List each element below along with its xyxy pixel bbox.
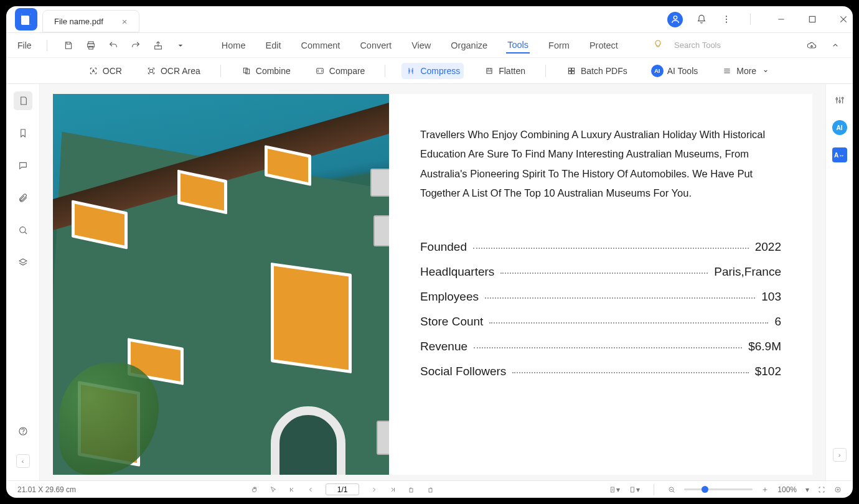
fact-label: Store Count bbox=[420, 315, 483, 329]
compare-button[interactable]: Compare bbox=[311, 63, 369, 79]
menu-tools[interactable]: Tools bbox=[506, 37, 530, 54]
zoom-slider[interactable] bbox=[684, 488, 753, 490]
svg-line-42 bbox=[673, 491, 675, 493]
search-panel-icon[interactable] bbox=[14, 221, 32, 240]
dropdown-icon[interactable] bbox=[174, 39, 187, 52]
fit-page-icon[interactable] bbox=[834, 486, 842, 493]
ai-panel-icon[interactable]: AI bbox=[832, 120, 847, 135]
combine-label: Combine bbox=[256, 66, 291, 76]
print-icon[interactable] bbox=[85, 39, 97, 52]
layers-panel-icon[interactable] bbox=[14, 253, 32, 272]
document-canvas[interactable]: Travellers Who Enjoy Combining A Luxury … bbox=[40, 84, 825, 480]
svg-rect-12 bbox=[150, 69, 153, 72]
ocr-area-button[interactable]: OCR Area bbox=[142, 63, 204, 79]
prev-page-icon[interactable] bbox=[307, 486, 314, 493]
menu-convert[interactable]: Convert bbox=[359, 38, 393, 53]
titlebar: File name.pdf × bbox=[6, 6, 853, 33]
bell-icon[interactable] bbox=[695, 13, 708, 26]
first-page-icon[interactable] bbox=[288, 486, 296, 493]
more-button[interactable]: More bbox=[718, 63, 775, 79]
svg-rect-19 bbox=[568, 71, 571, 73]
page-number-input[interactable] bbox=[326, 483, 359, 495]
fact-value: 103 bbox=[761, 290, 781, 304]
svg-point-3 bbox=[726, 22, 727, 23]
combine-button[interactable]: Combine bbox=[237, 63, 294, 79]
fullscreen-icon[interactable] bbox=[818, 486, 825, 493]
menu-protect[interactable]: Protect bbox=[588, 38, 619, 53]
thumbnail-panel-icon[interactable] bbox=[14, 91, 32, 110]
chevron-down-icon bbox=[760, 65, 771, 77]
ai-tools-button[interactable]: AIAI Tools bbox=[647, 62, 702, 80]
search-tools-input[interactable]: Search Tools bbox=[674, 40, 721, 50]
app-logo[interactable] bbox=[15, 8, 37, 30]
menu-home[interactable]: Home bbox=[220, 38, 247, 53]
hand-tool-icon[interactable] bbox=[251, 486, 258, 493]
user-avatar-icon[interactable] bbox=[667, 12, 683, 27]
zoom-out-icon[interactable] bbox=[668, 486, 675, 493]
translate-panel-icon[interactable]: A↔ bbox=[832, 147, 847, 162]
ai-badge-icon: AI bbox=[651, 65, 664, 77]
settings-sliders-icon[interactable] bbox=[832, 93, 847, 108]
file-menu[interactable]: File bbox=[17, 40, 32, 50]
page-dimensions: 21.01 X 29.69 cm bbox=[17, 485, 76, 494]
svg-line-25 bbox=[24, 232, 26, 234]
page-layout-icon[interactable]: ▾ bbox=[629, 485, 640, 494]
svg-rect-10 bbox=[88, 46, 93, 49]
maximize-icon[interactable] bbox=[807, 14, 818, 25]
bookmark-panel-icon[interactable] bbox=[14, 124, 32, 142]
flatten-button[interactable]: Flatten bbox=[480, 63, 529, 79]
collapse-left-icon[interactable]: ‹ bbox=[16, 454, 30, 468]
batch-pdfs-button[interactable]: Batch PDFs bbox=[562, 63, 631, 79]
svg-rect-18 bbox=[572, 68, 575, 70]
zoom-level: 100% bbox=[777, 485, 797, 494]
fact-value: $6.9M bbox=[748, 340, 781, 353]
batch-label: Batch PDFs bbox=[581, 66, 627, 76]
fact-value: Paris,France bbox=[714, 265, 781, 279]
svg-rect-5 bbox=[809, 16, 815, 22]
bulb-icon bbox=[653, 39, 663, 52]
rotate-right-icon[interactable] bbox=[426, 486, 434, 493]
scroll-mode-icon[interactable]: ▾ bbox=[609, 485, 620, 494]
compare-label: Compare bbox=[329, 66, 365, 76]
main-toolbar: File HomeEditCommentConvertViewOrganizeT… bbox=[6, 33, 853, 58]
flatten-label: Flatten bbox=[499, 66, 525, 76]
menu-edit[interactable]: Edit bbox=[265, 38, 283, 53]
select-tool-icon[interactable] bbox=[270, 486, 277, 493]
attachment-panel-icon[interactable] bbox=[14, 189, 32, 207]
svg-point-2 bbox=[726, 19, 727, 20]
minimize-icon[interactable] bbox=[776, 14, 787, 25]
left-sidebar: ‹ bbox=[6, 84, 40, 480]
last-page-icon[interactable] bbox=[389, 486, 397, 493]
menu-view[interactable]: View bbox=[410, 38, 432, 53]
svg-rect-17 bbox=[568, 68, 571, 70]
collapse-right-icon[interactable]: › bbox=[833, 448, 847, 462]
compress-button[interactable]: Compress bbox=[401, 63, 464, 79]
svg-point-32 bbox=[838, 101, 840, 103]
rotate-left-icon[interactable] bbox=[408, 486, 415, 493]
page-image bbox=[53, 94, 389, 475]
close-window-icon[interactable] bbox=[838, 14, 849, 25]
fact-row: Employees103 bbox=[420, 290, 781, 304]
ocr-button[interactable]: OCR bbox=[84, 63, 126, 79]
next-page-icon[interactable] bbox=[370, 486, 378, 493]
svg-point-24 bbox=[19, 227, 25, 233]
save-icon[interactable] bbox=[62, 39, 75, 52]
share-icon[interactable] bbox=[152, 39, 164, 52]
pdf-page: Travellers Who Enjoy Combining A Luxury … bbox=[53, 94, 812, 475]
svg-rect-13 bbox=[243, 68, 247, 73]
undo-icon[interactable] bbox=[107, 39, 120, 52]
menu-comment[interactable]: Comment bbox=[300, 38, 342, 53]
comment-panel-icon[interactable] bbox=[14, 156, 32, 175]
zoom-in-icon[interactable] bbox=[761, 486, 769, 493]
document-tab[interactable]: File name.pdf × bbox=[42, 10, 139, 32]
fact-label: Revenue bbox=[420, 340, 467, 353]
menu-organize[interactable]: Organize bbox=[449, 38, 489, 53]
redo-icon[interactable] bbox=[129, 39, 142, 52]
menu-form[interactable]: Form bbox=[547, 38, 571, 53]
kebab-menu-icon[interactable] bbox=[720, 13, 733, 26]
help-icon[interactable] bbox=[14, 422, 32, 441]
collapse-up-icon[interactable] bbox=[829, 39, 842, 52]
cloud-upload-icon[interactable] bbox=[805, 39, 818, 52]
close-tab-icon[interactable]: × bbox=[122, 16, 128, 27]
zoom-dropdown-icon[interactable]: ▾ bbox=[805, 485, 809, 494]
